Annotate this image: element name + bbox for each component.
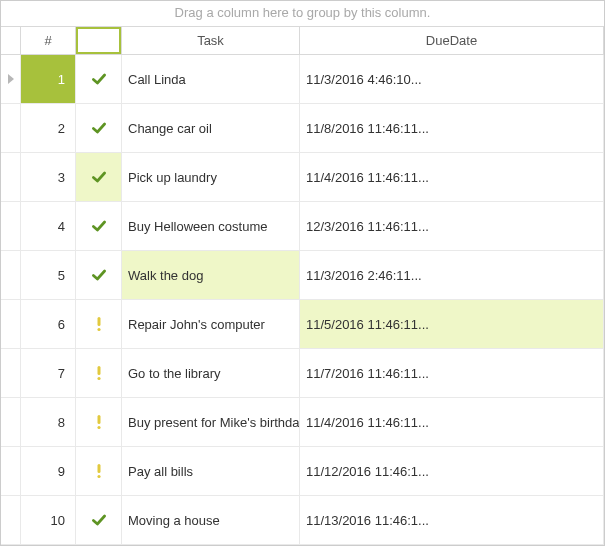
cell-task[interactable]: Go to the library — [122, 349, 300, 397]
cell-task[interactable]: Pay all bills — [122, 447, 300, 495]
table-row[interactable]: 6Repair John's computer11/5/2016 11:46:1… — [1, 300, 604, 349]
cell-task[interactable]: Walk the dog — [122, 251, 300, 299]
cell-indicator[interactable] — [1, 496, 21, 544]
cell-task[interactable]: Buy Helloween costume — [122, 202, 300, 250]
column-header-indicator[interactable] — [1, 27, 21, 54]
cell-status[interactable] — [76, 202, 122, 250]
column-header-row: # Task DueDate — [1, 27, 604, 55]
row-indicator-icon — [8, 74, 14, 84]
table-row[interactable]: 10Moving a house11/13/2016 11:46:1... — [1, 496, 604, 545]
cell-status[interactable] — [76, 55, 122, 103]
cell-indicator[interactable] — [1, 251, 21, 299]
cell-number[interactable]: 10 — [21, 496, 76, 544]
cell-number[interactable]: 4 — [21, 202, 76, 250]
cell-indicator[interactable] — [1, 398, 21, 446]
data-grid: Drag a column here to group by this colu… — [0, 0, 605, 546]
cell-status[interactable] — [76, 398, 122, 446]
cell-duedate[interactable]: 11/7/2016 11:46:11... — [300, 349, 604, 397]
column-header-number[interactable]: # — [21, 27, 76, 54]
exclaim-icon — [91, 365, 107, 381]
table-row[interactable]: 3Pick up laundry11/4/2016 11:46:11... — [1, 153, 604, 202]
cell-duedate[interactable]: 11/13/2016 11:46:1... — [300, 496, 604, 544]
cell-task[interactable]: Repair John's computer — [122, 300, 300, 348]
check-icon — [91, 267, 107, 283]
cell-status[interactable] — [76, 104, 122, 152]
grid-body[interactable]: 1Call Linda11/3/2016 4:46:10...2Change c… — [1, 55, 604, 545]
table-row[interactable]: 5Walk the dog11/3/2016 2:46:11... — [1, 251, 604, 300]
table-row[interactable]: 9Pay all bills11/12/2016 11:46:1... — [1, 447, 604, 496]
cell-indicator[interactable] — [1, 55, 21, 103]
cell-number[interactable]: 7 — [21, 349, 76, 397]
svg-rect-6 — [97, 464, 100, 473]
cell-number[interactable]: 6 — [21, 300, 76, 348]
cell-status[interactable] — [76, 447, 122, 495]
svg-point-7 — [97, 475, 100, 478]
cell-number[interactable]: 9 — [21, 447, 76, 495]
cell-task[interactable]: Moving a house — [122, 496, 300, 544]
cell-number[interactable]: 5 — [21, 251, 76, 299]
exclaim-icon — [91, 414, 107, 430]
svg-point-1 — [97, 328, 100, 331]
table-row[interactable]: 2Change car oil11/8/2016 11:46:11... — [1, 104, 604, 153]
check-icon — [91, 71, 107, 87]
exclaim-icon — [91, 463, 107, 479]
check-icon — [91, 120, 107, 136]
cell-number[interactable]: 2 — [21, 104, 76, 152]
table-row[interactable]: 8Buy present for Mike's birthday11/4/201… — [1, 398, 604, 447]
table-row[interactable]: 7Go to the library11/7/2016 11:46:11... — [1, 349, 604, 398]
cell-status[interactable] — [76, 300, 122, 348]
cell-indicator[interactable] — [1, 153, 21, 201]
cell-number[interactable]: 8 — [21, 398, 76, 446]
svg-rect-0 — [97, 317, 100, 326]
cell-indicator[interactable] — [1, 202, 21, 250]
cell-status[interactable] — [76, 251, 122, 299]
cell-duedate[interactable]: 11/4/2016 11:46:11... — [300, 153, 604, 201]
group-by-panel[interactable]: Drag a column here to group by this colu… — [1, 1, 604, 27]
cell-task[interactable]: Pick up laundry — [122, 153, 300, 201]
cell-status[interactable] — [76, 153, 122, 201]
cell-indicator[interactable] — [1, 300, 21, 348]
cell-status[interactable] — [76, 496, 122, 544]
cell-number[interactable]: 1 — [21, 55, 76, 103]
svg-rect-4 — [97, 415, 100, 424]
check-icon — [91, 169, 107, 185]
cell-duedate[interactable]: 11/12/2016 11:46:1... — [300, 447, 604, 495]
cell-duedate[interactable]: 11/4/2016 11:46:11... — [300, 398, 604, 446]
cell-duedate[interactable]: 11/5/2016 11:46:11... — [300, 300, 604, 348]
cell-status[interactable] — [76, 349, 122, 397]
cell-number[interactable]: 3 — [21, 153, 76, 201]
cell-indicator[interactable] — [1, 447, 21, 495]
column-header-duedate[interactable]: DueDate — [300, 27, 604, 54]
svg-point-3 — [97, 377, 100, 380]
cell-task[interactable]: Change car oil — [122, 104, 300, 152]
table-row[interactable]: 1Call Linda11/3/2016 4:46:10... — [1, 55, 604, 104]
cell-duedate[interactable]: 11/8/2016 11:46:11... — [300, 104, 604, 152]
svg-rect-2 — [97, 366, 100, 375]
column-header-status[interactable] — [76, 27, 122, 54]
cell-indicator[interactable] — [1, 104, 21, 152]
cell-duedate[interactable]: 12/3/2016 11:46:11... — [300, 202, 604, 250]
exclaim-icon — [91, 316, 107, 332]
check-icon — [91, 512, 107, 528]
cell-indicator[interactable] — [1, 349, 21, 397]
cell-task[interactable]: Call Linda — [122, 55, 300, 103]
cell-duedate[interactable]: 11/3/2016 2:46:11... — [300, 251, 604, 299]
cell-task[interactable]: Buy present for Mike's birthday — [122, 398, 300, 446]
table-row[interactable]: 4Buy Helloween costume12/3/2016 11:46:11… — [1, 202, 604, 251]
svg-point-5 — [97, 426, 100, 429]
column-header-task[interactable]: Task — [122, 27, 300, 54]
cell-duedate[interactable]: 11/3/2016 4:46:10... — [300, 55, 604, 103]
check-icon — [91, 218, 107, 234]
